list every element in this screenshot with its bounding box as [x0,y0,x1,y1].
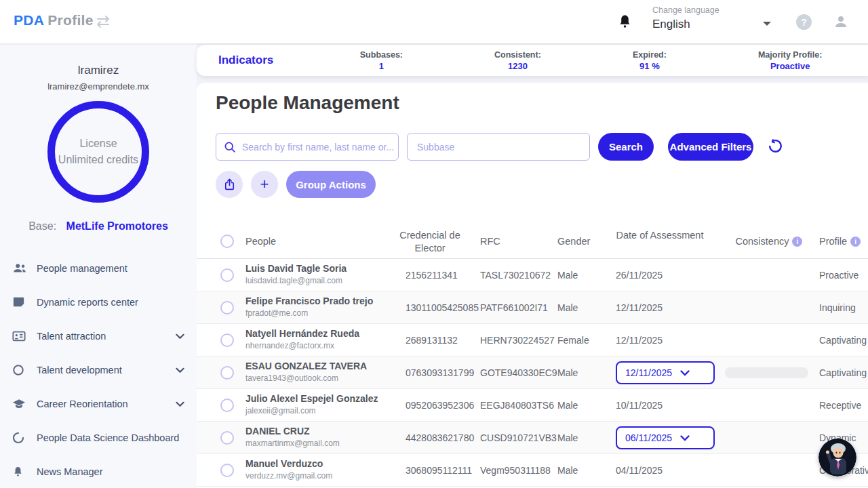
table-row: Felipe Francisco Prado trejo fpradot@me.… [197,291,868,324]
swap-arrows-icon[interactable] [95,15,111,28]
date-dropdown-value: 06/11/2025 [625,432,672,443]
help-icon[interactable]: ? [796,14,812,30]
person-email: jalexeii@gmail.com [245,406,378,415]
chevron-down-icon[interactable] [176,367,184,373]
top-header: PDAProfile Change language English ? [0,0,868,43]
sidebar-item-people-data-science[interactable]: People Data Science Dashboard [0,421,197,455]
sidebar-item-people-management[interactable]: People management [0,251,197,285]
person-cell[interactable]: Manuel Verduzco verduzz.mv@gmail.com [245,458,332,481]
col-header-profile-label: Profile [819,236,847,247]
indicators-title[interactable]: Indicators [218,54,273,67]
change-language-label: Change language [652,5,719,15]
search-button[interactable]: Search [598,133,654,161]
credencial-cell: 3068095112111 [406,465,472,476]
col-header-profile[interactable]: Profilei [819,236,861,247]
select-all-radio[interactable] [220,235,234,248]
profile-cell: Proactive [819,270,859,281]
indicator-label: Consistent: [494,50,541,60]
profile-info-icon[interactable]: i [850,237,861,247]
sidebar-item-talent-attraction[interactable]: Talent attraction [0,319,197,353]
indicator-label: Majority Profile: [758,50,822,60]
rfc-cell: TASL730210672 [480,270,551,281]
row-select-radio[interactable] [220,333,234,347]
date-dropdown[interactable]: 12/11/2025 [616,361,715,384]
row-select-radio[interactable] [220,399,234,412]
col-header-credencial[interactable]: Credencial de Elector [389,229,471,255]
row-select-radio[interactable] [220,366,234,380]
consistency-bar [725,432,808,443]
consistency-info-icon[interactable]: i [792,237,802,247]
base-label: Base: [28,220,56,232]
table-row: Julio Alexel Espejel Gonzalez jalexeii@g… [197,389,868,422]
gender-cell: Male [557,465,578,476]
chevron-down-icon [680,370,707,376]
profile-cell: Captivating [819,335,867,346]
language-caret-icon[interactable] [762,20,772,27]
add-person-button[interactable]: + [251,171,278,198]
chat-assistant-avatar[interactable] [818,439,856,476]
person-cell[interactable]: DANIEL CRUZ maxmartinmx@gmail.com [245,426,340,448]
col-header-gender[interactable]: Gender [557,236,590,247]
chevron-down-icon[interactable] [176,333,184,340]
indicator-expired: Expired: 91 % [633,50,667,71]
consistency-bar [725,302,808,313]
table-header: People Credencial de Elector RFC Gender … [197,225,868,259]
sidebar-item-news-manager[interactable]: News Manager [0,455,197,488]
rfc-cell: EEGJ840803TS6 [480,400,554,411]
notifications-bell-icon[interactable] [617,14,633,30]
search-input[interactable] [216,133,399,161]
sidebar-item-talent-development[interactable]: Talent development [0,353,197,387]
gender-cell: Female [557,335,589,346]
table-row: DANIEL CRUZ maxmartinmx@gmail.com 442808… [197,422,868,454]
indicator-subbases: Subbases: 1 [360,50,403,71]
chevron-down-icon[interactable] [176,401,184,407]
consistency-bar [725,270,808,281]
rfc-cell: CUSD910721VB3 [480,432,557,443]
rfc-cell: GOTE940330EC9 [480,367,557,378]
group-actions-button[interactable]: Group Actions [286,171,376,198]
advanced-filters-button[interactable]: Advanced Filters [668,133,753,161]
indicator-majority-profile: Majority Profile: Proactive [758,50,822,71]
language-value[interactable]: English [652,18,719,31]
profile-cell: Inquiring [819,302,856,313]
person-cell[interactable]: Julio Alexel Espejel Gonzalez jalexeii@g… [245,393,378,415]
person-email: verduzz.mv@gmail.com [245,471,332,481]
credencial-cell: 13011005425085 [406,302,479,313]
gender-cell: Male [557,432,578,443]
person-cell[interactable]: ESAU GONZALEZ TAVERA tavera1943@outlook.… [245,361,367,383]
consistency-bar [725,400,808,411]
graduation-cap-icon [12,399,30,409]
row-select-radio[interactable] [220,464,234,477]
logo-secondary: Profile [47,12,93,28]
user-account-icon[interactable] [833,14,849,30]
rfc-cell: PATF661002I71 [480,302,548,313]
gender-cell: Male [557,367,578,378]
indicator-value: 1 [360,61,403,71]
subbase-input[interactable] [407,133,590,161]
export-share-button[interactable] [216,171,243,198]
person-cell[interactable]: Luis David Tagle Soria luisdavid.tagle@g… [245,263,347,285]
col-header-consistency[interactable]: Consistencyi [725,236,813,247]
sidebar-item-career-reorientation[interactable]: Career Reorientation [0,387,197,421]
credencial-cell: 4428083621780 [406,432,474,443]
base-link[interactable]: MetLife Promotores [66,220,168,232]
row-select-radio[interactable] [220,431,234,445]
table-row: Luis David Tagle Soria luisdavid.tagle@g… [197,259,868,291]
date-dropdown[interactable]: 06/11/2025 [616,426,715,449]
person-cell[interactable]: Felipe Francisco Prado trejo fpradot@me.… [245,296,373,318]
col-header-rfc[interactable]: RFC [480,236,500,247]
col-header-people[interactable]: People [245,236,276,247]
table-row: Natyell Hernández Rueda nhernandez@facto… [197,324,868,357]
indicators-bar: Indicators Subbases: 1 Consistent: 1230 … [197,45,868,76]
rfc-cell: HERN730224527 [480,335,555,346]
person-cell[interactable]: Natyell Hernández Rueda nhernandez@facto… [245,328,359,350]
row-select-radio[interactable] [220,301,234,314]
sidebar-item-dynamic-reports[interactable]: Dynamic reports center [0,285,197,319]
reset-refresh-icon[interactable] [768,139,783,154]
indicator-label: Expired: [633,50,667,60]
row-select-radio[interactable] [220,268,234,282]
language-selector[interactable]: Change language English [652,5,719,31]
bell-icon [12,466,30,478]
person-email: maxmartinmx@gmail.com [245,439,340,448]
col-header-date[interactable]: Date of Assessment [609,229,711,242]
